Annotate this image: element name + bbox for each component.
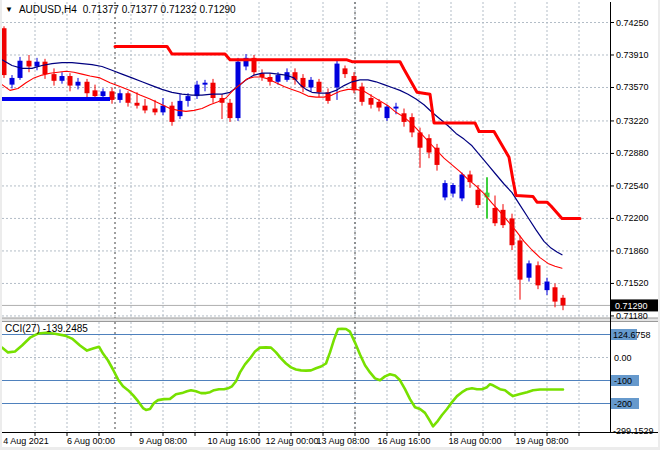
candle-body: [85, 82, 90, 93]
symbol-dropdown-icon[interactable]: ▼: [5, 6, 13, 14]
price-chart-canvas[interactable]: 0.742500.739100.735700.732200.728800.725…: [0, 0, 660, 450]
cci-zero-label: 0.00: [614, 353, 632, 363]
candle-body: [60, 76, 65, 81]
time-axis-label: 4 Aug 2021: [3, 436, 49, 446]
candle-body: [211, 83, 216, 98]
candle-body: [460, 174, 465, 198]
candle-body: [309, 80, 314, 88]
price-axis-label: 0.71860: [616, 246, 649, 256]
candle-body: [27, 61, 32, 67]
candle-body: [135, 103, 140, 106]
price-axis-label: 0.72540: [616, 181, 649, 191]
candle-body: [68, 76, 73, 86]
time-axis-label: 10 Aug 16:00: [207, 436, 260, 446]
cci-level-badge-label: -200: [614, 399, 632, 409]
indicator-label: CCI(27) -139.2485: [5, 323, 88, 334]
candle-body: [385, 107, 390, 118]
candle-body: [186, 96, 191, 101]
candle-body: [93, 90, 98, 96]
candle-body: [110, 91, 115, 100]
candle-body: [360, 87, 365, 102]
time-axis-label: 12 Aug 00:00: [265, 436, 318, 446]
candle-body: [335, 64, 340, 88]
price-axis-label: 0.72880: [616, 148, 649, 158]
time-axis-label: 6 Aug 00:00: [67, 436, 115, 446]
candle-body: [451, 185, 456, 194]
candle-body: [343, 68, 348, 74]
candle-body: [443, 183, 448, 197]
candle-body: [203, 83, 208, 85]
candle-body: [18, 61, 23, 78]
price-axis-label: 0.73570: [616, 82, 649, 92]
candle-body: [2, 28, 7, 75]
price-axis-label: 0.71180: [616, 311, 648, 321]
candle-body: [76, 82, 81, 86]
window-frame: [0, 0, 2, 450]
price-axis-label: 0.74250: [616, 18, 649, 28]
candle-body: [510, 218, 515, 245]
candle-body: [377, 102, 382, 108]
candle-body: [369, 98, 374, 105]
price-axis-label: 0.71520: [616, 278, 649, 288]
time-axis-label: 18 Aug 00:00: [448, 436, 501, 446]
candle-body: [536, 265, 541, 285]
candle-body: [118, 93, 123, 100]
candle-body: [518, 240, 523, 279]
candle-body: [493, 208, 498, 223]
candle-body: [143, 106, 148, 111]
title-ohlc: 0.71377 0.71377 0.71232 0.71290: [83, 4, 236, 15]
candle-body: [276, 75, 281, 82]
price-axis-label: 0.73910: [616, 50, 649, 60]
candle-body: [101, 91, 106, 96]
candle-body: [161, 106, 166, 113]
candle-body: [153, 109, 158, 113]
cci-min-label: -299.1529: [613, 426, 654, 436]
chart-title: ▼ AUDUSD,H4 0.71377 0.71377 0.71232 0.71…: [5, 4, 236, 15]
candle-body: [228, 103, 233, 118]
candle-body: [553, 287, 558, 301]
current-price-badge-label: 0.71290: [615, 301, 648, 311]
candle-body: [545, 282, 550, 291]
time-axis-label: 9 Aug 08:00: [139, 436, 187, 446]
time-axis-label: 19 Aug 08:00: [515, 436, 568, 446]
candle-body: [52, 74, 57, 81]
candle-body: [195, 85, 200, 96]
cci-max-label: 124.6758: [613, 330, 651, 340]
price-axis-label: 0.72200: [616, 213, 649, 223]
candle-body: [317, 82, 322, 93]
candle-body: [394, 107, 399, 109]
candle-body: [561, 298, 566, 306]
candle-body: [10, 78, 15, 85]
candle-body: [476, 190, 481, 205]
candle-body: [527, 263, 532, 277]
candle-body: [126, 93, 131, 103]
mt4-chart-window: 0.742500.739100.735700.732200.728800.725…: [0, 0, 660, 450]
title-symbol: AUDUSD,H4: [19, 4, 77, 15]
candle-body: [178, 101, 183, 116]
time-axis-label: 13 Aug 08:00: [316, 436, 369, 446]
candle-body: [35, 62, 40, 67]
price-axis-label: 0.73220: [616, 116, 649, 126]
candle-body: [352, 76, 357, 90]
candle-body: [43, 62, 48, 74]
candle-body: [236, 62, 241, 118]
candle-body: [410, 117, 415, 132]
time-axis-label: 16 Aug 16:00: [377, 436, 430, 446]
cci-level-badge-label: -100: [614, 376, 632, 386]
